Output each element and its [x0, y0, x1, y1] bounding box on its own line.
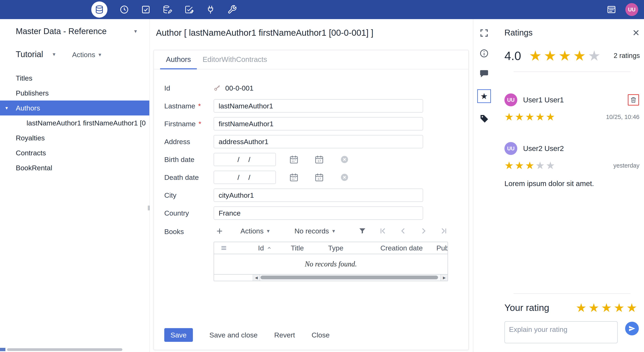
- next-page-icon[interactable]: [420, 227, 428, 235]
- send-rating-button[interactable]: [625, 322, 639, 335]
- scroll-right-icon[interactable]: ▶: [440, 275, 448, 281]
- sidebar-item-label: Authors: [16, 104, 40, 112]
- chevron-down-icon: ▾: [6, 105, 8, 111]
- sidebar-item-authors[interactable]: ▾ Authors: [0, 100, 149, 115]
- city-input[interactable]: [214, 189, 423, 202]
- lastname-input[interactable]: [214, 99, 423, 113]
- country-input[interactable]: [214, 207, 423, 220]
- clear-icon[interactable]: [340, 155, 349, 164]
- workspace-select[interactable]: Master Data - Reference ▾: [16, 27, 137, 36]
- save-and-close-button[interactable]: Save and close: [210, 331, 258, 339]
- last-page-icon[interactable]: [440, 227, 448, 235]
- review-stars: ★★★★★: [504, 112, 556, 122]
- calendar-day-icon[interactable]: 17: [314, 155, 324, 164]
- lastname-label: Lastname: [164, 102, 195, 110]
- empty-table-message: No records found.: [214, 254, 448, 274]
- books-actions-dropdown[interactable]: Actions ▾: [240, 227, 270, 235]
- task-check-icon[interactable]: [141, 5, 150, 14]
- comments-icon[interactable]: [479, 69, 489, 79]
- actions-label: Actions: [72, 51, 95, 59]
- average-rating-stars: ★★★★★: [529, 49, 603, 63]
- svg-text:17: 17: [317, 177, 321, 181]
- close-icon[interactable]: ×: [632, 27, 640, 38]
- sidebar-item-royalties[interactable]: Royalties: [0, 130, 149, 145]
- column-header-publish[interactable]: Publish: [436, 244, 448, 252]
- sidebar: Master Data - Reference ▾ Tutorial ▾ Act…: [0, 19, 150, 352]
- sidebar-item-bookrental[interactable]: BookRental: [0, 160, 149, 175]
- divider: [514, 293, 630, 294]
- chevron-down-icon: ▾: [134, 28, 137, 35]
- column-header-title[interactable]: Title: [291, 244, 328, 252]
- prev-page-icon[interactable]: [399, 227, 407, 235]
- table-hscrollbar[interactable]: ◀ ▶: [214, 274, 448, 281]
- actions-menu[interactable]: Actions ▾: [72, 51, 101, 59]
- scroll-left-icon[interactable]: ◀: [253, 275, 260, 281]
- first-page-icon[interactable]: [379, 227, 387, 235]
- birthdate-input[interactable]: [214, 153, 276, 166]
- address-input[interactable]: [214, 135, 423, 148]
- field-row-lastname: Lastname *: [164, 99, 468, 113]
- avatar: UU: [504, 93, 517, 106]
- books-pagination: [379, 227, 448, 235]
- divider: [514, 71, 630, 72]
- rating-input-row: [504, 321, 641, 343]
- tab-editorwithcontracts[interactable]: EditorWithContracts: [197, 50, 273, 69]
- column-header-id[interactable]: Id: [258, 244, 291, 252]
- plug-icon[interactable]: [206, 5, 215, 14]
- ratings-panel: ★ Ratings × 4.0 ★★★★★ 2 ratings UU User1…: [473, 19, 644, 352]
- clear-icon[interactable]: [340, 172, 349, 182]
- chevron-down-icon: ▾: [98, 52, 101, 58]
- deathdate-label: Death date: [164, 173, 199, 182]
- project-select[interactable]: Tutorial ▾: [16, 50, 56, 59]
- sidebar-item-contracts[interactable]: Contracts: [0, 145, 149, 160]
- sidebar-item-titles[interactable]: Titles: [0, 71, 149, 86]
- user-avatar[interactable]: UU: [625, 3, 638, 16]
- panel-resize-handle[interactable]: ‖: [148, 204, 150, 212]
- sidebar-item-publishers[interactable]: Publishers: [0, 86, 149, 100]
- topbar-right: UU: [607, 3, 638, 16]
- wrench-icon[interactable]: [227, 5, 237, 14]
- calendar-icon[interactable]: [289, 155, 299, 164]
- close-button[interactable]: Close: [312, 331, 330, 339]
- ratings-star-icon[interactable]: ★: [477, 89, 491, 103]
- scrollbar-track[interactable]: [260, 275, 440, 281]
- database-edit-icon[interactable]: [162, 5, 172, 14]
- field-row-deathdate: Death date 17: [164, 171, 468, 184]
- revert-button[interactable]: Revert: [274, 331, 295, 339]
- tags-icon[interactable]: [479, 114, 489, 123]
- column-menu-icon[interactable]: [214, 244, 258, 252]
- calendar-day-icon[interactable]: 17: [314, 172, 324, 182]
- ratings-title: Ratings: [504, 28, 532, 37]
- column-header-creation-date[interactable]: Creation date: [380, 244, 436, 252]
- sidebar-hscrollbar[interactable]: [0, 347, 150, 351]
- scrollbar-thumb[interactable]: [260, 276, 438, 279]
- your-rating-stars[interactable]: ★★★★★: [576, 302, 639, 314]
- firstname-input[interactable]: [214, 117, 423, 130]
- birthdate-label: Birth date: [164, 155, 194, 164]
- expand-icon[interactable]: [479, 28, 489, 38]
- database-tool-active[interactable]: [91, 2, 108, 18]
- rating-comment-input[interactable]: [504, 321, 618, 343]
- reviewer-name: User1 User1: [523, 96, 564, 104]
- save-button[interactable]: Save: [164, 328, 193, 342]
- add-book-icon[interactable]: +: [216, 226, 222, 236]
- books-paging-dropdown[interactable]: No records ▾: [294, 227, 335, 235]
- delete-rating-button[interactable]: [628, 94, 639, 105]
- books-toolbar: + Actions ▾ No records ▾: [214, 224, 448, 238]
- books-table: Id Title Type Creation date Publish No r…: [214, 242, 448, 281]
- books-label: Books: [164, 228, 184, 236]
- page-title: Author [ lastNameAuthor1 firstNameAuthor…: [156, 28, 373, 38]
- report-table-icon[interactable]: [607, 5, 616, 14]
- tab-authors[interactable]: Authors: [160, 50, 197, 69]
- calendar-icon[interactable]: [289, 172, 299, 182]
- deathdate-input[interactable]: [214, 171, 276, 184]
- note-edit-icon[interactable]: [184, 5, 194, 14]
- info-icon[interactable]: [479, 49, 489, 58]
- side-tools-strip: ★: [473, 19, 495, 123]
- scrollbar-thumb[interactable]: [7, 348, 122, 351]
- sidebar-item-author-record[interactable]: lastNameAuthor1 firstNameAuthor1 [0: [0, 115, 149, 130]
- chevron-down-icon: ▾: [332, 228, 335, 234]
- column-header-type[interactable]: Type: [328, 244, 380, 252]
- clock-icon[interactable]: [120, 5, 129, 14]
- filter-icon[interactable]: [358, 227, 366, 235]
